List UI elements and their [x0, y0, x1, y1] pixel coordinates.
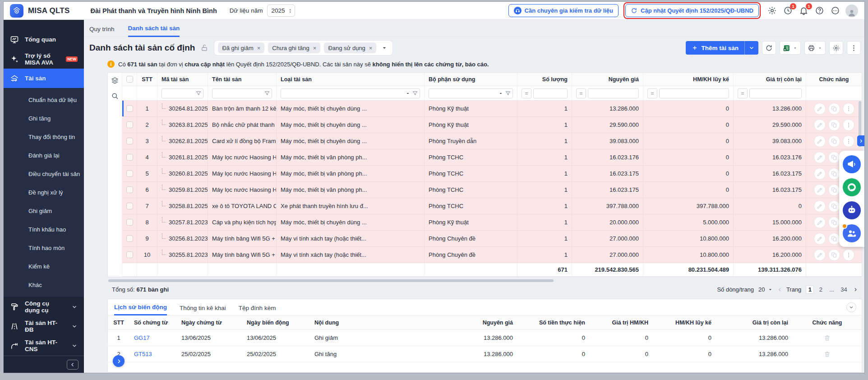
- funnel-icon[interactable]: [195, 90, 202, 97]
- row-checkbox[interactable]: [126, 203, 133, 209]
- history-row[interactable]: 1GG1713/06/202513/06/2025Ghi giảm13.286.…: [108, 330, 862, 346]
- sidebar-subitem-điều-chuyển-tài-sản[interactable]: Điều chuyển tài sản: [4, 165, 84, 183]
- document-link[interactable]: GT513: [134, 351, 152, 357]
- table-row[interactable]: 730258.81.2025xe ô tô TOYOTA LAND CRUISE…: [122, 198, 862, 214]
- clock-button[interactable]: 1: [783, 6, 793, 16]
- reload-button[interactable]: [762, 41, 776, 55]
- filter-operator-equals[interactable]: =: [522, 88, 531, 98]
- table-row[interactable]: 130264.81.2025Bàn trộn âm thanh 12 kênh …: [122, 101, 862, 117]
- page-number[interactable]: 2: [817, 286, 825, 293]
- sidebar-item-trợ-lý-số-misa-ava[interactable]: Trợ lý số MISA AVANEW: [4, 49, 84, 69]
- column-filter-input[interactable]: [749, 88, 802, 98]
- duplicate-button[interactable]: [828, 217, 840, 228]
- search-icon[interactable]: [111, 92, 119, 100]
- row-checkbox[interactable]: [126, 251, 133, 258]
- duplicate-button[interactable]: [828, 249, 840, 261]
- more-button[interactable]: [831, 6, 840, 16]
- sidebar-subitem-kiểm-kê[interactable]: Kiểm kê: [4, 257, 84, 276]
- tab-quy-trinh[interactable]: Quy trình: [89, 26, 115, 37]
- chip-remove-icon[interactable]: ×: [369, 45, 373, 51]
- export-excel-button[interactable]: [780, 41, 801, 55]
- filter-chip[interactable]: Chưa ghi tăng×: [268, 42, 320, 53]
- layers-icon[interactable]: [111, 77, 119, 84]
- duplicate-button[interactable]: [828, 184, 840, 196]
- add-asset-button[interactable]: Thêm tài sản: [686, 41, 758, 55]
- row-more-button[interactable]: [843, 103, 854, 115]
- add-asset-dropdown[interactable]: [745, 41, 758, 55]
- edit-button[interactable]: [814, 217, 826, 228]
- edit-button[interactable]: [814, 135, 826, 147]
- avatar[interactable]: [845, 5, 858, 17]
- bot-widget[interactable]: [843, 201, 861, 219]
- funnel-icon[interactable]: [264, 90, 270, 97]
- duplicate-button[interactable]: [828, 135, 840, 147]
- filter-chip[interactable]: Đang sử dụng×: [324, 42, 376, 53]
- edit-button[interactable]: [814, 249, 826, 261]
- edit-button[interactable]: [814, 200, 826, 212]
- next-page-button[interactable]: ›: [854, 285, 858, 293]
- table-row[interactable]: 630259.81.2025Máy lọc nước Haosing HM -2…: [122, 182, 862, 198]
- history-row[interactable]: 2GT51325/02/202525/02/2025Ghi tăng13.286…: [108, 346, 862, 362]
- edit-button[interactable]: [814, 152, 826, 163]
- duplicate-button[interactable]: [828, 119, 840, 131]
- history-tab[interactable]: Lịch sử biến động: [114, 304, 167, 315]
- table-row[interactable]: 430261.81.2025Máy lọc nước Haosing HM -2…: [122, 149, 862, 166]
- row-checkbox[interactable]: [126, 219, 133, 226]
- filter-dropdown-icon[interactable]: [498, 91, 503, 96]
- column-filter-input[interactable]: [281, 88, 420, 98]
- table-row[interactable]: 930256.81.2023Máy tính bảng Wifi 5G + bà…: [122, 231, 862, 247]
- history-tab[interactable]: Tệp đính kèm: [239, 305, 276, 315]
- year-stepper-arrows[interactable]: ▴▾: [289, 8, 291, 14]
- select-all-checkbox[interactable]: [126, 76, 133, 83]
- column-filter-input[interactable]: [212, 88, 272, 98]
- sidebar-item-công-cụ-dụng-cụ[interactable]: Công cụ dụng cụ: [4, 297, 84, 316]
- megaphone-widget[interactable]: [843, 155, 861, 173]
- panel-collapse-button[interactable]: [846, 302, 856, 312]
- sidebar-subitem-thay-đổi-thông-tin[interactable]: Thay đổi thông tin: [4, 128, 84, 146]
- edit-button[interactable]: [814, 233, 826, 245]
- row-checkbox[interactable]: [126, 154, 133, 161]
- page-number[interactable]: ...: [827, 286, 836, 293]
- filter-operator-equals[interactable]: =: [647, 88, 657, 98]
- table-settings-button[interactable]: [829, 41, 843, 55]
- table-row[interactable]: 1030255.81.2023Máy tính bảng Wifi 5G + b…: [122, 247, 862, 263]
- expert-check-button[interactable]: Cần chuyên gia kiểm tra dữ liệu: [508, 4, 619, 17]
- row-checkbox[interactable]: [126, 235, 133, 242]
- sidebar-subitem-ghi-tăng[interactable]: Ghi tăng: [4, 109, 84, 128]
- row-checkbox[interactable]: [126, 121, 133, 128]
- rows-per-page-select[interactable]: 20: [758, 286, 773, 293]
- people-widget[interactable]: [843, 224, 861, 242]
- prev-page-button[interactable]: ‹: [778, 285, 782, 293]
- question-button[interactable]: [815, 6, 825, 16]
- expand-detail-button[interactable]: [113, 355, 125, 367]
- sidebar-subitem-tính-hao-mòn[interactable]: Tính hao mòn: [4, 239, 84, 257]
- sidebar-subitem-đánh-giá-lại[interactable]: Đánh giá lại: [4, 146, 84, 165]
- column-filter-input[interactable]: [533, 88, 568, 98]
- page-number[interactable]: 34: [839, 286, 849, 293]
- sidebar-item-tổng-quan[interactable]: Tổng quan: [4, 30, 84, 49]
- update-decision-button[interactable]: Cập nhật Quyết định 152/2025/QĐ-UBND: [625, 4, 759, 17]
- tab-danh-sach-tai-san[interactable]: Danh sách tài sản: [128, 25, 180, 37]
- page-number[interactable]: 1: [806, 285, 814, 294]
- row-checkbox[interactable]: [126, 105, 133, 112]
- year-stepper[interactable]: 2025 ▴▾: [267, 5, 295, 17]
- filter-chip[interactable]: Đã ghi giảm×: [218, 42, 264, 53]
- misa-logo[interactable]: [10, 4, 23, 18]
- unlock-icon[interactable]: [200, 44, 208, 52]
- row-checkbox[interactable]: [126, 186, 133, 193]
- horizontal-scrollbar-thumb[interactable]: [108, 279, 554, 282]
- chip-dropdown-icon[interactable]: [381, 44, 388, 51]
- filter-operator-equals[interactable]: =: [576, 88, 586, 98]
- funnel-icon[interactable]: [412, 90, 418, 97]
- print-button[interactable]: [804, 41, 826, 55]
- sidebar-subitem-chuẩn-hóa-dữ-liệu[interactable]: Chuẩn hóa dữ liệu: [4, 91, 84, 109]
- gear-button[interactable]: [767, 6, 777, 16]
- sidebar-subitem-tính-khấu-hao[interactable]: Tính khấu hao: [4, 220, 84, 239]
- table-row[interactable]: 530260.81.2025Máy lọc nước Haosing HM -2…: [122, 166, 862, 182]
- row-more-button[interactable]: [843, 249, 854, 261]
- funnel-icon[interactable]: [505, 90, 511, 97]
- edit-button[interactable]: [814, 103, 826, 115]
- bell-button[interactable]: 1: [799, 6, 809, 16]
- row-checkbox[interactable]: [126, 170, 133, 177]
- sidebar-subitem-khác[interactable]: Khác: [4, 276, 84, 294]
